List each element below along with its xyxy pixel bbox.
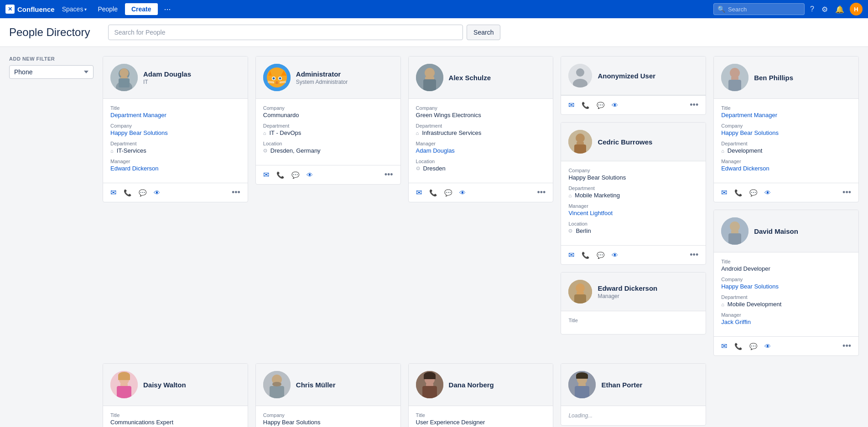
chat-icon[interactable]: 💬 <box>444 189 452 196</box>
spaces-menu[interactable]: Spaces <box>58 4 91 15</box>
mail-icon[interactable]: ✉ <box>263 170 269 179</box>
more-icon[interactable]: ••• <box>385 170 393 180</box>
card-field: Company Happy Bear Solutions <box>568 168 698 181</box>
phone-icon[interactable]: 📞 <box>734 343 742 350</box>
mail-icon[interactable]: ✉ <box>416 188 422 197</box>
card-header: Alex Schulze <box>409 57 553 99</box>
more-icon[interactable]: ••• <box>690 100 698 110</box>
phone-icon[interactable]: 📞 <box>734 189 742 196</box>
card-name-area: Ethan Porter <box>601 381 642 389</box>
phone-icon[interactable]: 📞 <box>582 252 589 259</box>
chat-icon[interactable]: 💬 <box>749 343 757 350</box>
building-icon: ⌂ <box>416 130 419 136</box>
view-icon[interactable]: 👁 <box>612 252 618 259</box>
search-icon: 🔍 <box>717 5 725 13</box>
card-header: Edward Dickerson Manager <box>561 273 706 311</box>
more-icon[interactable]: ••• <box>690 250 698 260</box>
card-field: Title Communications Expert <box>110 412 240 426</box>
more-icon[interactable]: ••• <box>537 188 546 197</box>
chat-icon[interactable]: 💬 <box>749 189 757 196</box>
more-icon[interactable]: ••• <box>842 341 851 351</box>
settings-icon[interactable]: ⚙ <box>820 3 830 15</box>
chat-icon[interactable]: 💬 <box>291 171 299 179</box>
card-field: Title User Experience Designer <box>416 412 546 426</box>
more-icon[interactable]: ••• <box>842 188 851 197</box>
card-field: Department ⌂ IT-Services <box>110 141 240 154</box>
card-body: Title Android Developer Company Happy Be… <box>714 252 858 336</box>
mail-icon[interactable]: ✉ <box>568 101 574 109</box>
card-field: Title Department Manager <box>110 105 240 118</box>
building-icon: ⌂ <box>568 193 572 198</box>
card-name-area: Cedric Burrowes <box>598 138 652 146</box>
card-name: Cedric Burrowes <box>598 138 652 146</box>
mail-icon[interactable]: ✉ <box>721 188 727 197</box>
user-avatar[interactable]: H <box>850 3 863 15</box>
view-icon[interactable]: 👁 <box>154 189 160 196</box>
person-card-anonymized-user: Anonymized User ✉ 📞 💬 👁 ••• <box>561 56 706 115</box>
people-search-wrapper: Search <box>108 25 500 40</box>
card-body: Loading... <box>561 406 706 425</box>
card-header: Cedric Burrowes <box>561 123 706 161</box>
people-search-button[interactable]: Search <box>467 25 500 40</box>
chat-icon[interactable]: 💬 <box>597 102 604 109</box>
svg-rect-40 <box>728 80 741 91</box>
card-body: Title Department Manager Company Happy B… <box>103 99 248 183</box>
card-field: Company Communardo <box>263 105 393 118</box>
app-logo[interactable]: Confluence <box>5 5 55 14</box>
page-title: People Directory <box>9 26 90 39</box>
sidebar: ADD NEW FILTER Phone Email Location Depa… <box>9 56 94 427</box>
more-menu-button[interactable]: ··· <box>161 3 174 16</box>
mail-icon[interactable]: ✉ <box>721 342 727 350</box>
add-filter-label: ADD NEW FILTER <box>9 56 94 62</box>
view-icon[interactable]: 👁 <box>307 171 313 179</box>
global-search-input[interactable] <box>728 6 800 13</box>
person-card-ben-phillips: Ben Phillips Title Department Manager Co… <box>713 56 859 202</box>
help-icon[interactable]: ? <box>808 3 816 15</box>
view-icon[interactable]: 👁 <box>764 189 771 196</box>
card-field: Manager Edward Dickerson <box>110 159 240 172</box>
global-search-bar[interactable]: 🔍 <box>713 3 805 15</box>
chat-icon[interactable]: 💬 <box>597 252 604 259</box>
view-icon[interactable]: 👁 <box>459 189 466 196</box>
pin-icon: ⊙ <box>263 148 267 154</box>
people-nav-link[interactable]: People <box>94 4 121 15</box>
avatar <box>721 217 748 245</box>
svg-rect-36 <box>574 294 586 304</box>
column-5: Ben Phillips Title Department Manager Co… <box>713 56 859 356</box>
more-icon[interactable]: ••• <box>232 188 240 197</box>
pin-icon: ⊙ <box>416 165 420 171</box>
card-actions: ✉ 📞 💬 👁 ••• <box>714 183 858 202</box>
card-header: Ben Phillips <box>714 57 858 99</box>
people-search-input[interactable] <box>108 25 463 40</box>
svg-point-15 <box>272 77 275 80</box>
card-field: Manager Adam Douglas <box>416 141 546 154</box>
svg-rect-67 <box>576 376 588 379</box>
card-actions: ✉ 📞 💬 👁 ••• <box>409 183 553 202</box>
card-header: Chris Müller <box>256 364 400 406</box>
filter-select[interactable]: Phone Email Location Department Company <box>9 65 94 79</box>
view-icon[interactable]: 👁 <box>612 102 618 109</box>
card-header: Adam Douglas IT <box>103 57 248 99</box>
card-subtitle: Manager <box>598 293 657 299</box>
card-name-area: David Maison <box>754 227 798 235</box>
phone-icon[interactable]: 📞 <box>582 102 589 109</box>
view-icon[interactable]: 👁 <box>764 343 771 350</box>
avatar <box>568 130 592 154</box>
phone-icon[interactable]: 📞 <box>429 189 437 196</box>
create-button[interactable]: Create <box>125 3 158 15</box>
mail-icon[interactable]: ✉ <box>568 251 574 259</box>
phone-icon[interactable]: 📞 <box>276 171 284 179</box>
notifications-icon[interactable]: 🔔 <box>833 3 846 15</box>
card-name-area: Ben Phillips <box>754 74 793 82</box>
svg-rect-50 <box>118 376 130 380</box>
avatar <box>110 64 138 91</box>
mail-icon[interactable]: ✉ <box>110 188 116 197</box>
phone-icon[interactable]: 📞 <box>124 189 131 196</box>
avatar <box>263 371 291 398</box>
chat-icon[interactable]: 💬 <box>139 189 146 196</box>
avatar <box>568 64 592 87</box>
card-name-area: Chris Müller <box>296 381 336 389</box>
card-name-area: Adam Douglas IT <box>143 70 191 85</box>
svg-rect-25 <box>423 79 436 91</box>
card-header: Daisy Walton <box>103 364 248 406</box>
